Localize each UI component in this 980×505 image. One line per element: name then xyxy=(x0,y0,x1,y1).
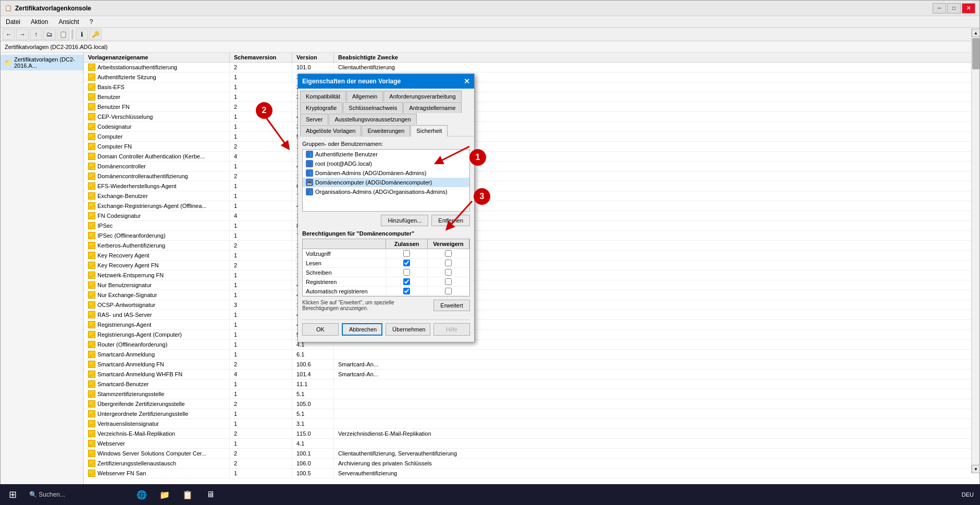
perm-allow-checkbox-4[interactable] xyxy=(403,288,410,294)
tab-server[interactable]: Server xyxy=(300,114,328,125)
user-name-4: Organisations-Admins (ADG\Organisations-… xyxy=(315,189,448,195)
dialog-tabs: Kompatibilität Allgemein Anforderungsver… xyxy=(298,89,474,137)
perm-deny-1[interactable] xyxy=(428,258,469,267)
user-icon-3: 💻 xyxy=(306,179,313,186)
tab-ausstellungsvoraussetzungen[interactable]: Ausstellungsvoraussetzungen xyxy=(329,114,416,125)
perm-name-1: Lesen xyxy=(303,258,386,267)
perm-deny-checkbox-4[interactable] xyxy=(445,288,452,294)
tab-sicherheit[interactable]: Sicherheit xyxy=(411,125,448,137)
users-list[interactable]: 👥 Authentifizierte Benutzer 👤 root (root… xyxy=(302,149,470,212)
dialog-body: Gruppen- oder Benutzernamen: 👥 Authentif… xyxy=(298,137,474,342)
user-name-2: Domänen-Admins (ADG\Domänen-Admins) xyxy=(315,170,426,176)
perm-allow-1[interactable] xyxy=(386,258,428,267)
tab-allgemein[interactable]: Allgemein xyxy=(346,91,383,102)
permissions-header: Zulassen Verweigern xyxy=(303,239,469,249)
remove-button[interactable]: Entfernen xyxy=(431,215,470,226)
perm-deny-3[interactable] xyxy=(428,277,469,286)
user-icon-1: 👤 xyxy=(306,160,313,167)
ok-button[interactable]: OK xyxy=(302,323,339,336)
taskbar: ⊞ 🔍 Suchen... 🌐 📁 📋 🖥 DEU xyxy=(0,484,980,505)
footer-area: Klicken Sie auf "Erweitert", um speziell… xyxy=(302,300,470,315)
perm-row-1: Lesen xyxy=(303,258,469,268)
user-item-4[interactable]: 👥 Organisations-Admins (ADG\Organisation… xyxy=(303,187,469,196)
perm-name-0: Vollzugriff xyxy=(303,249,386,258)
user-item-3[interactable]: 💻 Domänencomputer (ADG\Domänencomputer) xyxy=(303,178,469,187)
apply-button[interactable]: Übernehmen xyxy=(386,323,430,336)
perm-deny-checkbox-2[interactable] xyxy=(445,269,452,276)
perm-row-0: Vollzugriff xyxy=(303,249,469,258)
taskbar-ie[interactable]: 🌐 xyxy=(131,484,152,505)
dialog-close-button[interactable]: ✕ xyxy=(464,77,470,85)
user-item-0[interactable]: 👥 Authentifizierte Benutzer xyxy=(303,150,469,159)
tab-abgeloeste-vorlagen[interactable]: Abgelöste Vorlagen xyxy=(300,125,361,136)
perm-allow-2[interactable] xyxy=(386,268,428,277)
properties-dialog: Eigenschaften der neuen Vorlage ✕ Kompat… xyxy=(297,73,475,342)
perm-col-allow: Zulassen xyxy=(386,239,428,249)
perm-allow-checkbox-0[interactable] xyxy=(403,250,410,257)
search-box[interactable]: 🔍 Suchen... xyxy=(25,484,129,505)
tab-kompatibilitaet[interactable]: Kompatibilität xyxy=(300,91,346,102)
perm-col-deny: Verweigern xyxy=(428,239,469,249)
perm-allow-checkbox-3[interactable] xyxy=(403,278,410,285)
perm-allow-checkbox-1[interactable] xyxy=(403,260,410,266)
perm-allow-0[interactable] xyxy=(386,249,428,258)
cancel-button[interactable]: Abbrechen xyxy=(342,323,382,336)
tab-antragstellername[interactable]: Antragstellername xyxy=(403,102,461,113)
dialog-title: Eigenschaften der neuen Vorlage xyxy=(302,78,401,85)
help-button[interactable]: Hilfe xyxy=(433,323,470,336)
permissions-table: Zulassen Verweigern Vollzugriff Lesen xyxy=(302,239,470,297)
permissions-label: Berechtigungen für "Domänencomputer" xyxy=(302,230,470,237)
add-remove-row: Hinzufügen... Entfernen xyxy=(302,215,470,226)
perm-deny-checkbox-1[interactable] xyxy=(445,260,452,266)
perm-deny-2[interactable] xyxy=(428,268,469,277)
user-name-3: Domänencomputer (ADG\Domänencomputer) xyxy=(315,179,432,186)
user-icon-0: 👥 xyxy=(306,151,313,158)
dialog-footer-buttons: OK Abbrechen Übernehmen Hilfe xyxy=(302,319,470,338)
perm-row-4: Automatisch registrieren xyxy=(303,287,469,296)
taskbar-language: DEU xyxy=(962,491,974,498)
user-icon-4: 👥 xyxy=(306,188,313,195)
perm-name-3: Registrieren xyxy=(303,277,386,286)
perm-allow-4[interactable] xyxy=(386,287,428,295)
perm-row-2: Schreiben xyxy=(303,268,469,277)
perm-allow-3[interactable] xyxy=(386,277,428,286)
start-button[interactable]: ⊞ xyxy=(0,484,25,505)
extended-button[interactable]: Erweitert xyxy=(433,300,470,311)
dialog-title-bar: Eigenschaften der neuen Vorlage ✕ xyxy=(298,74,474,89)
perm-deny-checkbox-0[interactable] xyxy=(445,250,452,257)
perm-col-name xyxy=(303,239,386,249)
tab-erweiterungen[interactable]: Erweiterungen xyxy=(362,125,410,136)
perm-deny-4[interactable] xyxy=(428,287,469,295)
mmc-window: 📋 Zertifikatvorlagenkonsole ─ □ ✕ Datei … xyxy=(0,0,980,484)
perm-name-4: Automatisch registrieren xyxy=(303,287,386,295)
tab-kryptografie[interactable]: Kryptografie xyxy=(300,102,342,113)
perm-deny-0[interactable] xyxy=(428,249,469,258)
taskbar-apps[interactable]: 📋 xyxy=(177,484,198,505)
perm-allow-checkbox-2[interactable] xyxy=(403,269,410,276)
user-icon-2: 👥 xyxy=(306,169,313,177)
taskbar-monitor[interactable]: 🖥 xyxy=(200,484,221,505)
taskbar-explorer[interactable]: 📁 xyxy=(154,484,175,505)
add-button[interactable]: Hinzufügen... xyxy=(381,215,428,226)
taskbar-right: DEU xyxy=(962,491,980,498)
dialog-overlay: Eigenschaften der neuen Vorlage ✕ Kompat… xyxy=(1,1,979,484)
perm-deny-checkbox-3[interactable] xyxy=(445,278,452,285)
user-item-2[interactable]: 👥 Domänen-Admins (ADG\Domänen-Admins) xyxy=(303,168,469,178)
perm-row-3: Registrieren xyxy=(303,277,469,287)
footer-text: Klicken Sie auf "Erweitert", um speziell… xyxy=(302,300,429,311)
user-item-1[interactable]: 👤 root (root@ADG.local) xyxy=(303,159,469,168)
groups-label: Gruppen- oder Benutzernamen: xyxy=(302,141,470,147)
taskbar-icons: 🌐 📁 📋 🖥 xyxy=(129,484,223,505)
user-name-0: Authentifizierte Benutzer xyxy=(315,151,378,157)
tab-schluesselnachweis[interactable]: Schlüsselnachweis xyxy=(343,102,403,113)
user-name-1: root (root@ADG.local) xyxy=(315,161,372,167)
tab-anforderungsverarbeitung[interactable]: Anforderungsverarbeitung xyxy=(383,91,461,102)
perm-name-2: Schreiben xyxy=(303,268,386,277)
